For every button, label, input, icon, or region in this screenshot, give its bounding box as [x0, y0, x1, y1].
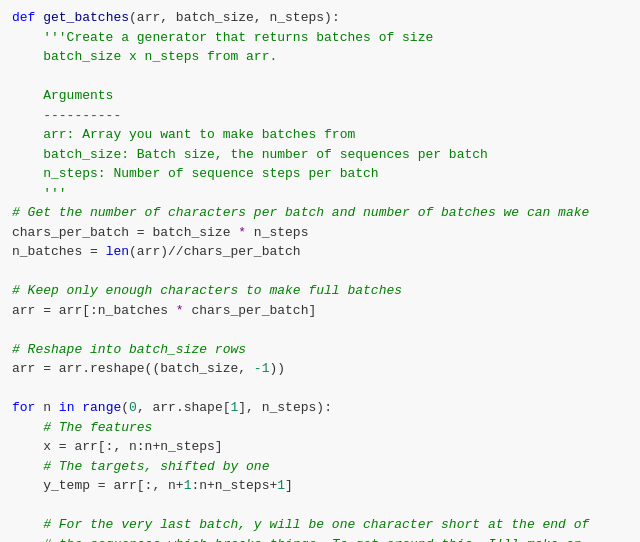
- code-token-plain: )): [269, 359, 285, 379]
- code-token-plain: y_temp = arr[:, n+: [12, 476, 184, 496]
- code-token-plain: (arr, batch_size, n_steps):: [129, 8, 340, 28]
- code-line: for n in range(0, arr.shape[1], n_steps)…: [0, 398, 640, 418]
- code-line: ----------: [0, 106, 640, 126]
- code-token-str: arr: Array you want to make batches from: [12, 125, 355, 145]
- code-token-comment: # Keep only enough characters to make fu…: [12, 281, 402, 301]
- code-token-kw: in: [59, 398, 82, 418]
- code-line: # For the very last batch, y will be one…: [0, 515, 640, 535]
- code-line: Arguments: [0, 86, 640, 106]
- code-token-num: 1: [184, 476, 192, 496]
- code-line: x = arr[:, n:n+n_steps]: [0, 437, 640, 457]
- code-editor: def get_batches(arr, batch_size, n_steps…: [0, 0, 640, 542]
- code-line: chars_per_batch = batch_size * n_steps: [0, 223, 640, 243]
- code-line: # Reshape into batch_size rows: [0, 340, 640, 360]
- code-token-num: -1: [254, 359, 270, 379]
- code-line: batch_size x n_steps from arr.: [0, 47, 640, 67]
- code-line: # Get the number of characters per batch…: [0, 203, 640, 223]
- code-token-plain: x = arr[:, n:n+n_steps]: [12, 437, 223, 457]
- code-line: '''Create a generator that returns batch…: [0, 28, 640, 48]
- code-line: y_temp = arr[:, n+1:n+n_steps+1]: [0, 476, 640, 496]
- code-token-plain: ], n_steps):: [238, 398, 332, 418]
- code-line: # The features: [0, 418, 640, 438]
- code-token-num: 1: [277, 476, 285, 496]
- code-token-str: batch_size: Batch size, the number of se…: [12, 145, 488, 165]
- code-token-str: ''': [12, 184, 67, 204]
- code-token-str: Arguments: [12, 86, 113, 106]
- code-token-plain: chars_per_batch = batch_size: [12, 223, 238, 243]
- code-token-purple: *: [176, 301, 184, 321]
- code-line: arr = arr.reshape((batch_size, -1)): [0, 359, 640, 379]
- code-token-comment: # The features: [12, 418, 152, 438]
- code-token-builtin: len: [106, 242, 129, 262]
- code-token-kw: for: [12, 398, 43, 418]
- code-line: [0, 496, 640, 516]
- code-line: [0, 262, 640, 282]
- code-token-comment: # The targets, shifted by one: [12, 457, 269, 477]
- code-token-str: batch_size x n_steps from arr.: [12, 47, 277, 67]
- code-line: ''': [0, 184, 640, 204]
- code-line: arr = arr[:n_batches * chars_per_batch]: [0, 301, 640, 321]
- code-line: [0, 320, 640, 340]
- code-line: def get_batches(arr, batch_size, n_steps…: [0, 8, 640, 28]
- code-token-plain: n: [43, 398, 59, 418]
- code-token-plain: arr = arr[:n_batches: [12, 301, 176, 321]
- code-line: n_batches = len(arr)//chars_per_batch: [0, 242, 640, 262]
- code-token-num: 1: [231, 398, 239, 418]
- code-token-plain: n_steps: [246, 223, 308, 243]
- code-token-comment: # For the very last batch, y will be one…: [12, 515, 589, 535]
- code-token-num: 0: [129, 398, 137, 418]
- code-token-plain: ]: [285, 476, 293, 496]
- code-token-str: '''Create a generator that returns batch…: [12, 28, 433, 48]
- code-line: # the sequences which breaks things. To …: [0, 535, 640, 543]
- code-line: arr: Array you want to make batches from: [0, 125, 640, 145]
- code-token-plain: arr = arr.reshape((batch_size,: [12, 359, 254, 379]
- code-token-plain: (: [121, 398, 129, 418]
- code-token-plain: chars_per_batch]: [184, 301, 317, 321]
- code-token-plain: , arr.shape[: [137, 398, 231, 418]
- code-token-comment: # Reshape into batch_size rows: [12, 340, 246, 360]
- code-token-kw: def: [12, 8, 43, 28]
- code-line: # The targets, shifted by one: [0, 457, 640, 477]
- code-token-str: ----------: [12, 106, 121, 126]
- code-token-plain: n_batches =: [12, 242, 106, 262]
- code-line: n_steps: Number of sequence steps per ba…: [0, 164, 640, 184]
- code-line: # Keep only enough characters to make fu…: [0, 281, 640, 301]
- code-token-comment: # the sequences which breaks things. To …: [12, 535, 582, 543]
- code-token-purple: *: [238, 223, 246, 243]
- code-token-comment: # Get the number of characters per batch…: [12, 203, 589, 223]
- code-token-builtin: range: [82, 398, 121, 418]
- code-line: [0, 67, 640, 87]
- code-token-plain: (arr)//chars_per_batch: [129, 242, 301, 262]
- code-token-plain: :n+n_steps+: [191, 476, 277, 496]
- code-line: batch_size: Batch size, the number of se…: [0, 145, 640, 165]
- code-token-str: n_steps: Number of sequence steps per ba…: [12, 164, 379, 184]
- code-line: [0, 379, 640, 399]
- code-token-fn: get_batches: [43, 8, 129, 28]
